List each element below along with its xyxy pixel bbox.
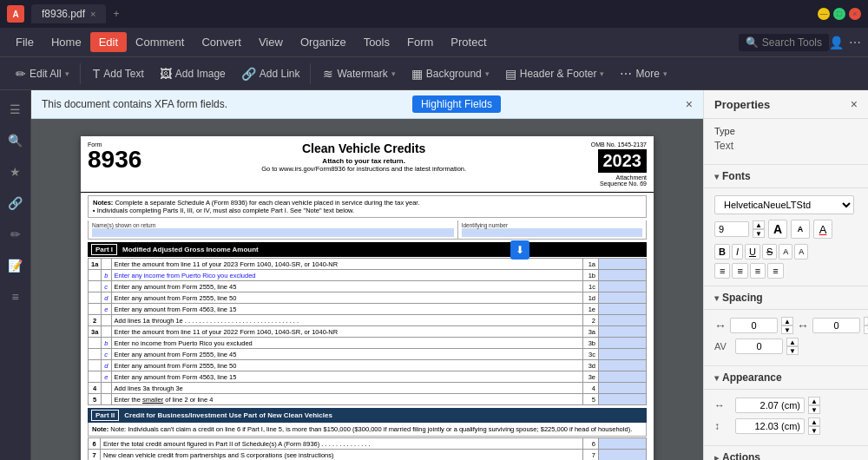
font-size-up-arrow[interactable]: ▲ bbox=[753, 220, 765, 229]
width-down[interactable]: ▼ bbox=[808, 405, 820, 414]
menu-organize[interactable]: Organize bbox=[292, 32, 355, 52]
input-cell[interactable] bbox=[599, 315, 647, 326]
highlight-fields-button[interactable]: Highlight Fields bbox=[412, 95, 501, 113]
maximize-button[interactable]: □ bbox=[833, 8, 845, 20]
width-arrows: ▲ ▼ bbox=[808, 397, 820, 414]
input-cell[interactable] bbox=[599, 292, 647, 304]
fonts-section-label: Fonts bbox=[722, 170, 751, 182]
search-tools[interactable]: 🔍 Search Tools bbox=[739, 34, 829, 51]
spacing-right-up[interactable]: ▲ bbox=[864, 317, 868, 325]
input-cell[interactable] bbox=[599, 349, 647, 360]
font-size-down-arrow[interactable]: ▼ bbox=[753, 229, 765, 238]
url-line: Go to www.irs.gov/Form8936 for instructi… bbox=[150, 165, 577, 173]
watermark-button[interactable]: ≋ Watermark ▾ bbox=[316, 63, 402, 84]
more-button[interactable]: ⋯ More ▾ bbox=[613, 63, 674, 84]
row-ref: 5 bbox=[583, 394, 599, 405]
superscript-button[interactable]: A bbox=[779, 244, 792, 260]
tab-add-icon[interactable]: + bbox=[106, 4, 126, 23]
menu-form[interactable]: Form bbox=[398, 32, 442, 52]
input-cell[interactable] bbox=[599, 326, 647, 338]
italic-button[interactable]: I bbox=[732, 244, 743, 260]
input-cell[interactable] bbox=[599, 394, 647, 405]
add-text-button[interactable]: T Add Text bbox=[86, 63, 151, 84]
input-cell[interactable] bbox=[599, 383, 647, 394]
actions-section-toggle[interactable]: ▸ Actions bbox=[704, 446, 868, 460]
sidebar-icon-comment[interactable]: 📝 bbox=[3, 253, 28, 278]
name-input[interactable] bbox=[92, 228, 454, 237]
font-color-btn[interactable]: A bbox=[813, 220, 832, 239]
fonts-section-toggle[interactable]: ▾ Fonts bbox=[704, 165, 868, 188]
height-up[interactable]: ▲ bbox=[808, 417, 820, 426]
xfa-close-icon[interactable]: × bbox=[686, 97, 693, 111]
input-cell[interactable] bbox=[599, 450, 647, 461]
add-image-button[interactable]: 🖼 Add Image bbox=[153, 63, 233, 84]
row-ref: 1e bbox=[583, 304, 599, 315]
ssn-input[interactable] bbox=[462, 228, 642, 237]
panel-close-icon[interactable]: × bbox=[851, 97, 858, 111]
font-size-large-btn[interactable]: A bbox=[768, 220, 787, 239]
menu-view[interactable]: View bbox=[250, 32, 292, 52]
minimize-button[interactable]: — bbox=[818, 8, 830, 20]
subscript-button[interactable]: A bbox=[794, 244, 808, 260]
table-row: c Enter any amount from Form 2555, line … bbox=[89, 349, 647, 360]
sidebar-icon-bookmark[interactable]: ★ bbox=[3, 160, 28, 184]
edit-all-button[interactable]: ✏ Edit All ▾ bbox=[9, 63, 76, 84]
menu-convert[interactable]: Convert bbox=[193, 32, 250, 52]
sidebar-icon-menu[interactable]: ≡ bbox=[3, 285, 28, 309]
spacing-right-input[interactable] bbox=[812, 318, 860, 333]
spacing-left-up[interactable]: ▲ bbox=[781, 317, 793, 325]
bold-button[interactable]: B bbox=[714, 244, 730, 260]
menu-home[interactable]: Home bbox=[43, 32, 90, 52]
input-cell[interactable] bbox=[599, 438, 647, 450]
height-input[interactable] bbox=[735, 418, 805, 434]
menu-comment[interactable]: Comment bbox=[127, 32, 193, 52]
strikethrough-button[interactable]: S bbox=[762, 244, 777, 260]
user-icon[interactable]: 👤 bbox=[829, 36, 844, 49]
align-justify-button[interactable]: ≡ bbox=[767, 263, 783, 279]
tab-close-icon[interactable]: × bbox=[90, 9, 95, 19]
more-icon[interactable]: ⋯ bbox=[849, 36, 861, 49]
appearance-section-toggle[interactable]: ▾ Appearance bbox=[704, 366, 868, 390]
underline-button[interactable]: U bbox=[745, 244, 760, 260]
input-cell[interactable] bbox=[599, 360, 647, 371]
spacing-av-up[interactable]: ▲ bbox=[786, 338, 799, 346]
spacing-left-down[interactable]: ▼ bbox=[781, 325, 793, 334]
menu-tools[interactable]: Tools bbox=[355, 32, 398, 52]
spacing-left-icon: ↔ bbox=[714, 319, 727, 332]
add-link-button[interactable]: 🔗 Add Link bbox=[234, 63, 307, 84]
sidebar-icon-link[interactable]: 🔗 bbox=[3, 191, 28, 215]
font-size-small-btn[interactable]: A bbox=[791, 220, 810, 239]
download-button[interactable]: ⬇ bbox=[510, 240, 529, 260]
spacing-av-input[interactable] bbox=[735, 338, 783, 354]
width-input[interactable] bbox=[735, 398, 805, 413]
input-cell[interactable] bbox=[599, 259, 647, 270]
input-cell[interactable] bbox=[599, 281, 647, 292]
spacing-section-toggle[interactable]: ▾ Spacing bbox=[704, 286, 868, 310]
input-cell[interactable] bbox=[599, 304, 647, 315]
height-down[interactable]: ▼ bbox=[808, 426, 820, 435]
font-size-input[interactable] bbox=[714, 221, 749, 237]
width-up[interactable]: ▲ bbox=[808, 397, 820, 405]
menu-protect[interactable]: Protect bbox=[442, 32, 495, 52]
align-right-button[interactable]: ≡ bbox=[750, 263, 766, 279]
tab[interactable]: f8936.pdf × bbox=[31, 4, 106, 23]
spacing-right-down[interactable]: ▼ bbox=[864, 325, 868, 334]
align-left-button[interactable]: ≡ bbox=[714, 263, 730, 279]
menu-edit[interactable]: Edit bbox=[90, 32, 127, 52]
menu-bar: File Home Edit Comment Convert View Orga… bbox=[0, 28, 868, 57]
background-button[interactable]: ▦ Background ▾ bbox=[404, 63, 496, 84]
sidebar-icon-pages[interactable]: ☰ bbox=[3, 97, 28, 122]
input-cell[interactable] bbox=[599, 270, 647, 281]
align-center-button[interactable]: ≡ bbox=[732, 263, 747, 279]
sidebar-icon-edit[interactable]: ✏ bbox=[3, 222, 28, 246]
sidebar-icon-search[interactable]: 🔍 bbox=[3, 128, 28, 153]
pdf-area[interactable]: This document contains XFA form fields. … bbox=[31, 90, 703, 460]
font-name-select[interactable]: HelveticaNeueLTStd bbox=[714, 195, 854, 214]
spacing-av-down[interactable]: ▼ bbox=[786, 346, 799, 355]
menu-file[interactable]: File bbox=[7, 32, 43, 52]
header-footer-button[interactable]: ▤ Header & Footer ▾ bbox=[498, 63, 612, 84]
input-cell[interactable] bbox=[599, 338, 647, 349]
close-window-button[interactable]: × bbox=[849, 8, 861, 20]
spacing-left-input[interactable] bbox=[730, 318, 778, 333]
input-cell[interactable] bbox=[599, 371, 647, 383]
